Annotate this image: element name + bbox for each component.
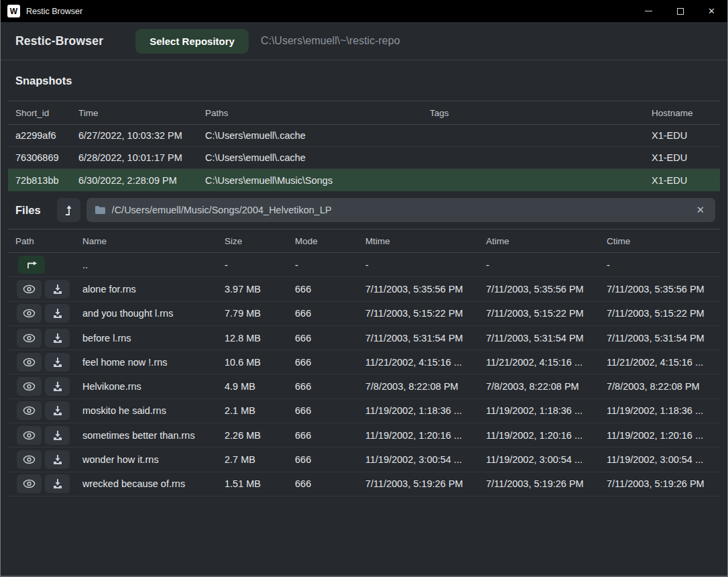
snapshot-cell-short-id: a2299af6 — [8, 130, 71, 141]
file-row: before l.rns12.8 MB6667/11/2003, 5:31:54… — [8, 326, 720, 350]
eye-icon — [23, 455, 36, 464]
snapshot-row-selected[interactable]: 72b813bb6/30/2022, 2:28:09 PMC:\Users\em… — [8, 169, 720, 191]
file-cell-ctime: 11/21/2002, 4:15:16 ... — [599, 357, 720, 368]
file-cell-size: 2.26 MB — [217, 430, 288, 441]
file-cell-mtime: 7/8/2003, 8:22:08 PM — [358, 381, 479, 392]
files-title: Files — [15, 204, 41, 217]
row-actions — [8, 329, 75, 348]
file-cell-name: before l.rns — [75, 333, 217, 344]
download-file-button[interactable] — [45, 304, 70, 323]
file-cell-atime: 7/8/2003, 8:22:08 PM — [479, 381, 599, 392]
maximize-button[interactable] — [664, 0, 696, 22]
file-cell-ctime: 11/19/2002, 3:00:54 ... — [599, 454, 720, 465]
file-cell-atime: 7/11/2003, 5:31:54 PM — [479, 333, 599, 344]
column-header-mode[interactable]: Mode — [288, 236, 358, 246]
window-controls: ✕ — [633, 0, 727, 22]
preview-file-button[interactable] — [17, 426, 42, 445]
file-cell-mode: 666 — [288, 430, 358, 441]
file-row: moskito he said.rns2.1 MB66611/19/2002, … — [8, 399, 720, 423]
preview-file-button[interactable] — [17, 474, 42, 493]
column-header-hostname[interactable]: Hostname — [644, 108, 720, 118]
download-icon — [52, 333, 63, 344]
preview-file-button[interactable] — [17, 304, 42, 323]
files-table-header: Path Name Size Mode Mtime Atime Ctime — [8, 229, 720, 253]
file-cell-size: 2.7 MB — [217, 454, 288, 465]
eye-icon — [23, 333, 36, 343]
file-cell-mtime: 11/19/2002, 1:20:16 ... — [358, 430, 479, 441]
download-file-button[interactable] — [45, 377, 70, 396]
file-cell-size: - — [217, 260, 288, 270]
repo-header: Restic-Browser Select Repository C:\User… — [1, 22, 727, 60]
files-table-body: ..-----alone for.rns3.97 MB6667/11/2003,… — [1, 253, 727, 496]
column-header-name[interactable]: Name — [75, 236, 217, 246]
column-header-size[interactable]: Size — [217, 236, 288, 246]
download-file-button[interactable] — [45, 280, 70, 299]
go-to-root-button[interactable] — [57, 198, 80, 222]
column-header-path[interactable]: Path — [8, 236, 75, 246]
file-cell-atime: 11/21/2002, 4:15:16 ... — [479, 357, 599, 368]
go-up-directory-button[interactable] — [18, 256, 45, 274]
file-cell-atime: 7/11/2003, 5:35:56 PM — [479, 284, 599, 295]
file-cell-mode: 666 — [288, 454, 358, 465]
app-logo-icon: W — [7, 5, 20, 17]
file-cell-name: alone for.rns — [75, 284, 217, 295]
column-header-time[interactable]: Time — [71, 108, 198, 118]
maximize-icon — [677, 8, 684, 15]
current-path-field[interactable]: /C/Users/emuell/Music/Songs/2004_Helveti… — [86, 198, 715, 222]
column-header-ctime[interactable]: Ctime — [599, 236, 720, 246]
close-icon: ✕ — [708, 6, 715, 16]
preview-file-button[interactable] — [17, 401, 42, 420]
file-cell-size: 7.79 MB — [217, 308, 288, 319]
preview-file-button[interactable] — [17, 329, 42, 348]
close-button[interactable]: ✕ — [696, 0, 727, 22]
row-actions — [8, 280, 75, 299]
file-cell-ctime: 11/19/2002, 1:20:16 ... — [599, 430, 720, 441]
eye-icon — [23, 431, 36, 440]
file-row: and you thought l.rns7.79 MB6667/11/2003… — [8, 302, 720, 326]
download-icon — [52, 357, 63, 368]
app-name: Restic-Browser — [15, 34, 103, 48]
file-cell-ctime: 11/19/2002, 1:18:36 ... — [599, 405, 720, 416]
repository-path: C:\Users\emuell\~\restic-repo — [261, 35, 400, 47]
file-cell-mode: 666 — [288, 478, 358, 489]
download-file-button[interactable] — [45, 401, 70, 420]
file-cell-name: wrecked because of.rns — [75, 478, 217, 489]
snapshot-cell-hostname: X1-EDU — [644, 130, 720, 141]
file-row: sometimes better than.rns2.26 MB66611/19… — [8, 423, 720, 448]
select-repository-button[interactable]: Select Repository — [135, 29, 249, 54]
preview-file-button[interactable] — [17, 280, 42, 299]
preview-file-button[interactable] — [17, 353, 42, 372]
preview-file-button[interactable] — [17, 450, 42, 469]
up-directory-icon — [24, 259, 39, 271]
download-icon — [52, 381, 63, 392]
file-cell-mode: 666 — [288, 357, 358, 368]
file-cell-mode: 666 — [288, 308, 358, 319]
clear-path-button[interactable]: ✕ — [693, 203, 707, 217]
preview-file-button[interactable] — [17, 377, 42, 396]
column-header-mtime[interactable]: Mtime — [358, 236, 479, 246]
file-cell-size: 3.97 MB — [217, 284, 288, 295]
file-cell-atime: 11/19/2002, 3:00:54 ... — [479, 454, 599, 465]
file-cell-ctime: 7/8/2003, 8:22:08 PM — [599, 381, 720, 392]
download-file-button[interactable] — [45, 450, 70, 469]
column-header-short-id[interactable]: Short_id — [8, 108, 71, 118]
snapshot-cell-paths: C:\Users\emuell\Music\Songs — [198, 175, 422, 186]
snapshots-table-body: a2299af66/27/2022, 10:03:32 PMC:\Users\e… — [1, 125, 727, 191]
column-header-paths[interactable]: Paths — [198, 108, 422, 118]
minimize-button[interactable] — [633, 0, 664, 22]
snapshots-section-header: Snapshots — [1, 60, 727, 101]
snapshot-cell-hostname: X1-EDU — [644, 175, 720, 186]
file-cell-mtime: 7/11/2003, 5:15:22 PM — [358, 308, 479, 319]
row-actions — [8, 401, 75, 420]
file-row: wrecked because of.rns1.51 MB6667/11/200… — [8, 472, 720, 496]
column-header-tags[interactable]: Tags — [422, 108, 644, 118]
download-file-button[interactable] — [45, 329, 70, 348]
download-file-button[interactable] — [45, 474, 70, 493]
column-header-atime[interactable]: Atime — [479, 236, 599, 246]
download-file-button[interactable] — [45, 353, 70, 372]
snapshot-row[interactable]: a2299af66/27/2022, 10:03:32 PMC:\Users\e… — [8, 125, 720, 147]
download-icon — [52, 478, 63, 489]
snapshot-row[interactable]: 763068696/28/2022, 10:01:17 PMC:\Users\e… — [8, 147, 720, 169]
download-file-button[interactable] — [45, 426, 70, 445]
file-cell-name: sometimes better than.rns — [75, 430, 217, 441]
